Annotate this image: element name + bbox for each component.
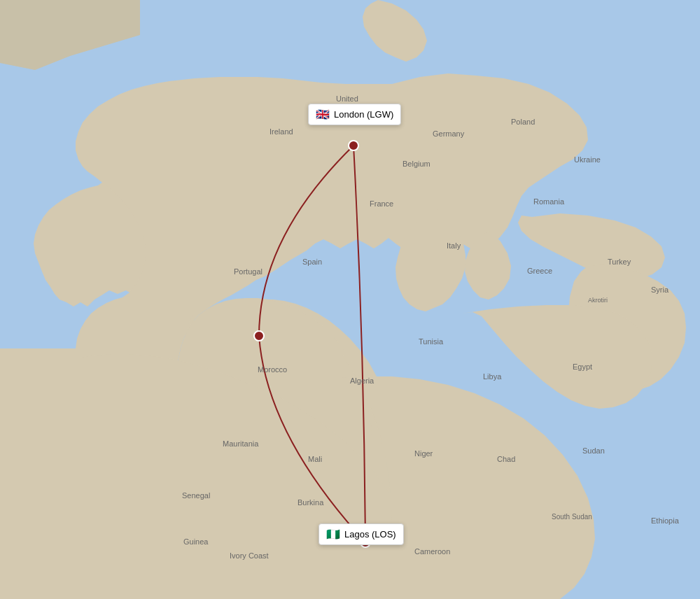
country-label-algeria: Algeria	[350, 376, 374, 385]
country-label-mauritania: Mauritania	[223, 439, 259, 448]
country-label-romania: Romania	[533, 197, 565, 206]
country-label-niger: Niger	[414, 449, 433, 458]
country-label-spain: Spain	[302, 258, 322, 266]
country-label-france: France	[370, 199, 393, 208]
country-label-poland: Poland	[511, 118, 535, 126]
country-label-egypt: Egypt	[573, 362, 592, 371]
country-label-greece: Greece	[527, 267, 552, 275]
country-label-tunisia: Tunisia	[419, 337, 444, 346]
country-label-burkina: Burkina	[298, 498, 324, 507]
country-label-guinea: Guinea	[183, 537, 209, 546]
country-label-united: United	[336, 94, 358, 103]
country-label-libya: Libya	[483, 372, 502, 381]
country-label-italy: Italy	[447, 241, 461, 250]
country-label-morocco: Morocco	[258, 365, 287, 374]
country-label-belgium: Belgium	[402, 160, 430, 168]
london-flag: 🇬🇧	[316, 108, 330, 121]
country-label-syria: Syria	[651, 286, 669, 294]
country-label-ukraine: Ukraine	[574, 155, 601, 164]
lagos-text: Lagos (LOS)	[344, 529, 396, 540]
country-label-akrotiri: Akrotiri	[588, 297, 608, 304]
country-label-chad: Chad	[497, 455, 515, 463]
country-label-senegal: Senegal	[182, 491, 210, 500]
london-text: London (LGW)	[334, 109, 393, 120]
country-label-south-sudan: South Sudan	[552, 513, 592, 521]
map-svg: Ireland United Belgium Germany Poland Uk…	[0, 0, 700, 599]
country-label-ivory-coast: Ivory Coast	[230, 551, 269, 560]
country-label-mali: Mali	[308, 455, 322, 463]
country-label-sudan: Sudan	[582, 446, 605, 455]
country-label-germany: Germany	[433, 129, 465, 138]
lagos-label: 🇳🇬 Lagos (LOS)	[318, 523, 404, 545]
svg-point-2	[349, 141, 358, 150]
country-label-ethiopia: Ethiopia	[651, 516, 680, 525]
country-label-portugal: Portugal	[234, 267, 262, 276]
map-container: Ireland United Belgium Germany Poland Uk…	[0, 0, 700, 599]
country-label-ireland: Ireland	[270, 127, 293, 136]
lagos-flag: 🇳🇬	[326, 528, 340, 541]
svg-point-1	[254, 331, 264, 341]
country-label-turkey: Turkey	[608, 258, 631, 266]
london-label: 🇬🇧 London (LGW)	[308, 104, 401, 125]
country-label-cameroon: Cameroon	[414, 547, 450, 556]
